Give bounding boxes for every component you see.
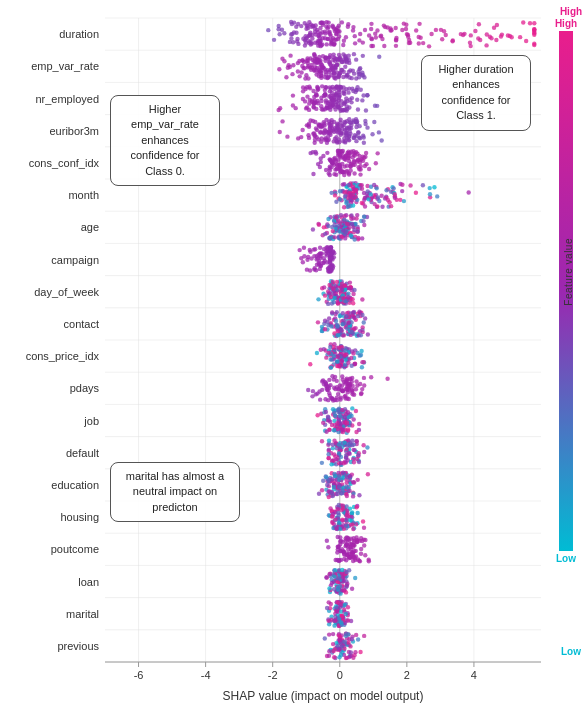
colorbar-low-label: Low [556,553,576,564]
annotation-emp-var-rate: Higher emp_var_rate enhances confidence … [110,95,220,186]
colorbar-high-label: High [555,18,577,29]
annotation-duration: Higher duration enhances confidence for … [421,55,531,131]
colorbar-title: Feature value [563,238,574,306]
chart-container: Higher emp_var_rate enhances confidence … [0,0,586,722]
colorbar: High Low Feature value [558,18,574,598]
annotation-marital: marital has almost a neutral impact on p… [110,462,240,522]
